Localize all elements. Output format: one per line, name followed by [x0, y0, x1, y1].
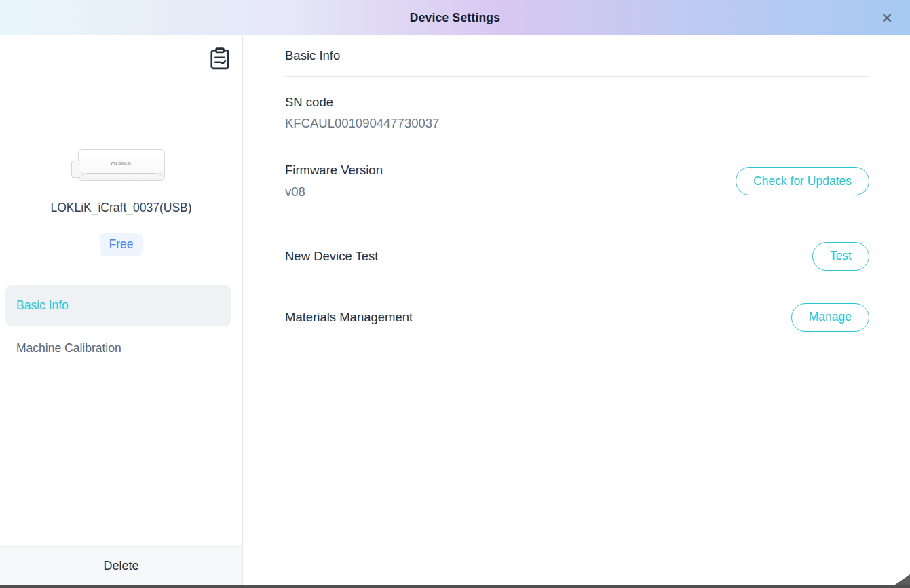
- device-logo-text: LOKLiK: [116, 161, 132, 165]
- materials-management-row: Materials Management Manage: [285, 303, 869, 332]
- device-report-icon[interactable]: [208, 46, 231, 71]
- device-name: LOKLiK_iCraft_0037(USB): [50, 201, 191, 215]
- check-for-updates-button[interactable]: Check for Updates: [736, 167, 869, 195]
- new-device-test-label: New Device Test: [285, 249, 378, 264]
- device-summary: LOKLiK LOKLiK_iCraft_0037(USB) Free: [0, 149, 242, 256]
- nav-item-label: Basic Info: [16, 298, 69, 313]
- dialog-title: Device Settings: [410, 11, 500, 25]
- dialog-header: Device Settings ✕: [0, 0, 910, 35]
- basic-info-panel: Basic Info SN code KFCAUL001090447730037…: [244, 35, 910, 585]
- device-image-slot: [86, 173, 157, 174]
- section-divider: [285, 76, 869, 77]
- manage-button[interactable]: Manage: [791, 303, 869, 332]
- window-resize-handle[interactable]: [895, 574, 910, 585]
- settings-nav: Basic Info Machine Calibration: [5, 285, 231, 369]
- device-image: LOKLiK: [78, 149, 165, 181]
- sn-code-row: SN code KFCAUL001090447730037: [285, 95, 869, 131]
- nav-item-label: Machine Calibration: [16, 341, 121, 355]
- device-image-seam: [80, 155, 163, 155]
- device-sidebar: LOKLiK LOKLiK_iCraft_0037(USB) Free Basi…: [0, 35, 243, 585]
- nav-item-basic-info[interactable]: Basic Info: [5, 285, 231, 326]
- delete-device-button[interactable]: Delete: [0, 546, 242, 585]
- firmware-version-value: v08: [285, 184, 383, 199]
- clipboard-check-icon: [210, 47, 230, 70]
- window-bottom-edge: [0, 585, 910, 588]
- sn-code-label: SN code: [285, 95, 439, 110]
- delete-label: Delete: [103, 559, 138, 573]
- materials-management-label: Materials Management: [285, 310, 413, 325]
- sn-code-value: KFCAUL001090447730037: [285, 116, 439, 131]
- device-image-tab: [71, 161, 80, 178]
- device-logo-mark: [111, 162, 115, 165]
- status-badge: Free: [100, 233, 143, 256]
- close-icon[interactable]: ✕: [877, 8, 896, 27]
- test-button[interactable]: Test: [812, 242, 869, 271]
- device-image-logo: LOKLiK: [111, 161, 132, 165]
- new-device-test-row: New Device Test Test: [285, 242, 869, 271]
- section-title: Basic Info: [285, 48, 869, 63]
- nav-item-machine-calibration[interactable]: Machine Calibration: [5, 328, 231, 369]
- firmware-version-row: Firmware Version v08 Check for Updates: [285, 163, 869, 199]
- firmware-version-label: Firmware Version: [285, 163, 383, 178]
